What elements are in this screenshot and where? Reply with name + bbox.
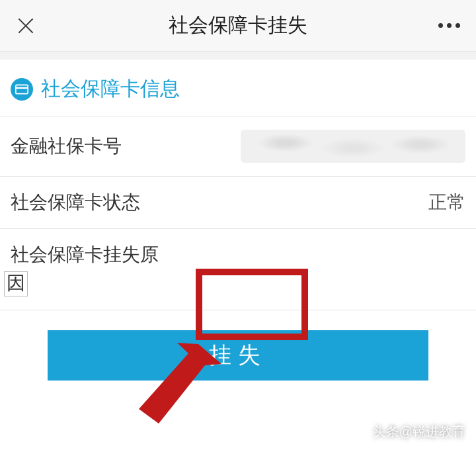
card-icon [11,78,33,101]
watermark: 头条@锐进教育 [354,423,465,441]
submit-button[interactable]: 挂失 [48,330,428,381]
close-icon[interactable] [16,16,36,36]
section-header: 社会保障卡信息 [0,60,476,116]
more-icon[interactable] [438,23,460,28]
reason-label-line1: 社会保障卡挂失原 [11,244,159,265]
section-title: 社会保障卡信息 [41,75,180,103]
reason-label-line2: 因 [4,271,28,296]
watermark-logo-icon [354,425,369,439]
watermark-text: 头条@锐进教育 [373,423,465,441]
button-area: 挂失 [0,310,476,381]
card-number-value-redacted [241,130,465,163]
page-title: 社会保障卡挂失 [169,12,307,39]
svg-rect-1 [16,87,28,89]
row-reason: 社会保障卡挂失原 [0,229,476,267]
row-status: 社会保障卡状态 正常 [0,177,476,229]
svg-rect-0 [16,85,28,93]
spacer [0,52,476,60]
card-number-label: 金融社保卡号 [11,134,122,159]
navbar: 社会保障卡挂失 [0,0,476,52]
reason-label-line2-wrap: 因 [0,267,476,310]
row-card-number: 金融社保卡号 [0,116,476,177]
status-label: 社会保障卡状态 [11,190,140,215]
status-value: 正常 [428,190,465,215]
